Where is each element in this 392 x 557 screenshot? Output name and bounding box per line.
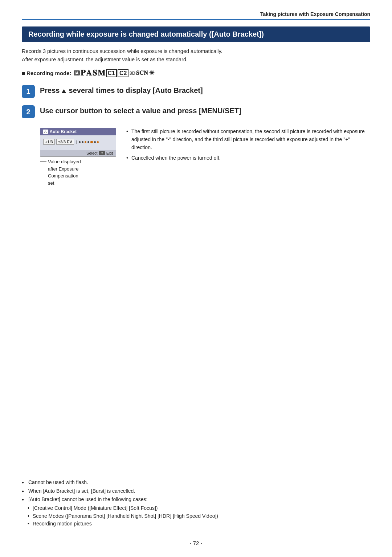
value-label: — Value displayed after Exposure Compens…	[40, 158, 116, 187]
page-number: - 72 -	[189, 540, 202, 546]
header-title: Taking pictures with Exposure Compensati…	[260, 11, 370, 17]
step2-number: 2	[22, 105, 35, 118]
step1-block: 1 Press several times to display [Auto B…	[22, 84, 370, 98]
dot3	[87, 141, 89, 143]
select-icon: ⊙	[99, 151, 105, 155]
page-header: Taking pictures with Exposure Compensati…	[22, 11, 370, 20]
footer-note-2: When [Auto Bracket] is set, [Burst] is c…	[22, 487, 370, 495]
menu-select-label: Select	[86, 151, 98, 155]
auto-bracket-menu: A Auto Bracket +1/3 ±2/3 EV |	[40, 128, 116, 157]
mode-icons: iA 𝐏 𝐀 𝐒 𝐌 C1 C2 3D 𝐒𝐂𝐍 ☀	[74, 68, 155, 78]
ev-label2: ±2/3 EV	[56, 139, 74, 145]
mode-m: 𝐌	[98, 68, 105, 78]
bullet-item-1: The first still picture is recorded with…	[126, 128, 370, 151]
page: Taking pictures with Exposure Compensati…	[0, 0, 392, 557]
val-line4: set	[48, 180, 81, 187]
menu-header-label: Auto Bracket	[50, 129, 77, 134]
step2-content: A Auto Bracket +1/3 ±2/3 EV |	[40, 128, 370, 187]
step2-block: 2 Use cursor button to select a value an…	[22, 105, 370, 187]
desc-line1: Records 3 pictures in continuous success…	[22, 48, 222, 54]
mode-3d: 3D	[129, 70, 135, 76]
footer-note-sub-2: Scene Modes ([Panorama Shot] [Handheld N…	[22, 512, 370, 520]
tick-mark: |	[76, 140, 77, 144]
footer-note-1: Cannot be used with flash.	[22, 479, 370, 487]
footer-note-sub-3: Recording motion pictures	[22, 520, 370, 528]
triangle-up-icon	[62, 89, 66, 93]
dot-orange1	[85, 141, 86, 143]
dot2	[82, 141, 83, 143]
footer-notes: Cannot be used with flash. When [Auto Br…	[22, 479, 370, 528]
menu-exit-label: Exit	[106, 151, 113, 155]
step1-heading: Press several times to display [Auto Bra…	[40, 84, 203, 95]
dot-orange3	[97, 141, 99, 143]
bullet-item-2: Cancelled when the power is turned off.	[126, 154, 370, 162]
bullet-list: The first still picture is recorded with…	[126, 128, 370, 162]
dot4	[94, 141, 96, 143]
footer-note-3: [Auto Bracket] cannot be used in the fol…	[22, 496, 370, 504]
mode-s: 𝐒	[93, 68, 97, 78]
mode-sun: ☀	[149, 69, 155, 77]
menu-footer: Select ⊙ Exit	[40, 150, 116, 156]
arrow-right-icon: —	[40, 157, 46, 165]
dot1	[79, 141, 81, 143]
mode-ia: iA	[74, 70, 80, 75]
recording-mode-line: ■ Recording mode: iA 𝐏 𝐀 𝐒 𝐌 C1 C2 3D 𝐒𝐂…	[22, 68, 370, 78]
value-label-text: Value displayed after Exposure Compensat…	[48, 158, 81, 187]
exp-dots	[79, 141, 99, 143]
ev-label1: +1/3	[43, 139, 55, 145]
val-line1: Value displayed	[48, 158, 81, 165]
step2-heading: Use cursor button to select a value and …	[40, 105, 241, 115]
step1-number: 1	[22, 85, 35, 98]
mode-c2: C2	[118, 69, 128, 77]
dot-orange2	[90, 141, 93, 143]
desc-line2: After exposure adjustment, the adjustmen…	[22, 57, 188, 62]
section-title: Recording while exposure is changed auto…	[22, 26, 370, 42]
step2-menu-area: A Auto Bracket +1/3 ±2/3 EV |	[40, 128, 116, 187]
mode-scn: 𝐒𝐂𝐍	[136, 70, 148, 76]
mode-a: 𝐀	[86, 68, 92, 78]
menu-body: +1/3 ±2/3 EV |	[40, 135, 116, 150]
val-line3: Compensation	[48, 172, 81, 180]
val-line2: after Exposure	[48, 165, 81, 173]
exposure-row: +1/3 ±2/3 EV |	[43, 139, 113, 145]
footer-note-sub-1: [Creative Control] Mode ([Miniature Effe…	[22, 504, 370, 512]
mode-c1: C1	[106, 69, 117, 77]
menu-header: A Auto Bracket	[40, 128, 116, 135]
recording-mode-label: ■ Recording mode:	[22, 70, 72, 76]
mode-p: 𝐏	[81, 68, 85, 78]
step2-bullets: The first still picture is recorded with…	[126, 128, 370, 165]
menu-auto-icon: A	[43, 130, 48, 134]
description: Records 3 pictures in continuous success…	[22, 47, 370, 64]
